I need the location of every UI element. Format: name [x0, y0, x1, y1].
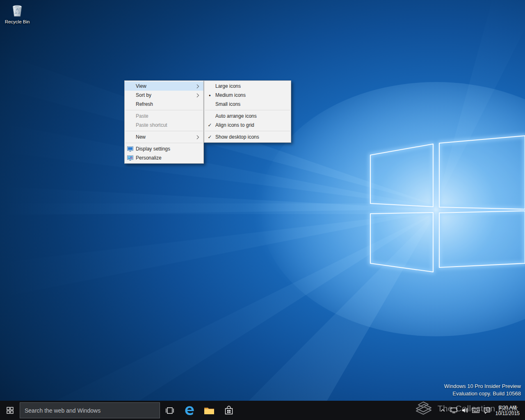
menu-item-sort-by[interactable]: Sort by: [125, 91, 203, 100]
clock-date: 10/11/2015: [495, 411, 520, 416]
menu-item-personalize-label: Personalize: [136, 155, 162, 161]
search-input[interactable]: [20, 403, 160, 418]
task-view-icon: [165, 407, 175, 414]
submenu-item-auto-arrange-icons[interactable]: Auto arrange icons: [204, 112, 291, 121]
insider-watermark-line2: Evaluation copy. Build 10568: [444, 390, 521, 397]
submenu-item-show-desktop-icons-label: Show desktop icons: [215, 134, 259, 140]
insider-build-watermark: Windows 10 Pro Insider Preview Evaluatio…: [444, 383, 521, 397]
menu-item-new-label: New: [136, 134, 146, 140]
chevron-right-icon: [195, 84, 199, 88]
network-icon: [450, 407, 457, 413]
insider-watermark-line1: Windows 10 Pro Insider Preview: [444, 383, 521, 390]
menu-item-paste-shortcut-label: Paste shortcut: [136, 122, 167, 128]
hero-window-logo: [370, 136, 525, 272]
menu-separator: [205, 131, 290, 131]
start-button[interactable]: [0, 401, 20, 420]
menu-item-paste: Paste: [125, 112, 203, 121]
keyboard-icon: [472, 408, 479, 413]
submenu-item-medium-icons-label: Medium icons: [215, 92, 246, 98]
wallpaper: [0, 0, 525, 420]
menu-separator: [126, 131, 203, 131]
action-center-button[interactable]: [483, 406, 491, 415]
volume-tray-button[interactable]: [461, 406, 469, 415]
radio-dot-icon: ●: [204, 94, 215, 97]
volume-icon: [461, 407, 468, 413]
desktop-context-menu: View Sort by Refresh Paste Paste shortcu…: [124, 80, 204, 164]
tray-expand-button[interactable]: [439, 406, 447, 415]
menu-item-sort-by-label: Sort by: [136, 92, 151, 98]
personalize-icon: [125, 155, 136, 161]
chevron-up-icon: [440, 409, 445, 412]
touch-keyboard-button[interactable]: [472, 406, 480, 415]
menu-item-view[interactable]: View: [125, 82, 203, 91]
network-tray-button[interactable]: [450, 406, 458, 415]
system-tray: 9:20 AM 10/11/2015: [439, 401, 525, 420]
menu-separator: [205, 110, 290, 110]
recycle-bin-label: Recycle Bin: [5, 19, 30, 24]
windows-logo-icon: [7, 407, 14, 414]
menu-item-personalize[interactable]: Personalize: [125, 153, 203, 162]
menu-separator: [126, 143, 203, 143]
file-explorer-button[interactable]: [199, 401, 219, 420]
checkmark-icon: ✓: [204, 134, 215, 140]
recycle-bin[interactable]: Recycle Bin: [2, 2, 33, 24]
submenu-item-medium-icons[interactable]: ● Medium icons: [204, 91, 291, 100]
edge-icon: [184, 405, 195, 416]
store-button[interactable]: [219, 401, 239, 420]
menu-item-refresh[interactable]: Refresh: [125, 100, 203, 109]
submenu-item-large-icons[interactable]: Large icons: [204, 82, 291, 91]
submenu-item-small-icons-label: Small icons: [215, 101, 240, 107]
submenu-item-show-desktop-icons[interactable]: ✓ Show desktop icons: [204, 132, 291, 142]
file-explorer-icon: [204, 406, 215, 415]
chevron-right-icon: [195, 135, 199, 139]
submenu-item-align-icons-to-grid-label: Align icons to grid: [215, 122, 254, 128]
menu-item-new[interactable]: New: [125, 132, 203, 142]
taskbar-clock[interactable]: 9:20 AM 10/11/2015: [494, 405, 521, 416]
checkmark-icon: ✓: [204, 122, 215, 128]
menu-separator: [126, 110, 203, 110]
clock-time: 9:20 AM: [495, 405, 520, 411]
taskbar-search[interactable]: [20, 402, 160, 418]
recycle-bin-icon: [10, 2, 25, 18]
hero-wallpaper-art: [0, 0, 525, 420]
chevron-right-icon: [195, 93, 199, 97]
submenu-item-auto-arrange-icons-label: Auto arrange icons: [215, 113, 257, 119]
action-center-icon: [484, 407, 491, 414]
menu-item-paste-label: Paste: [136, 113, 148, 119]
view-submenu: Large icons ● Medium icons Small icons A…: [204, 80, 291, 143]
display-settings-icon: [125, 146, 136, 152]
taskbar: 9:20 AM 10/11/2015: [0, 401, 525, 420]
submenu-item-align-icons-to-grid[interactable]: ✓ Align icons to grid: [204, 121, 291, 130]
store-icon: [224, 406, 233, 415]
edge-button[interactable]: [180, 401, 199, 420]
submenu-item-large-icons-label: Large icons: [215, 83, 241, 89]
menu-item-refresh-label: Refresh: [136, 101, 153, 107]
menu-item-paste-shortcut: Paste shortcut: [125, 121, 203, 130]
menu-item-display-settings-label: Display settings: [136, 146, 170, 152]
submenu-item-small-icons[interactable]: Small icons: [204, 100, 291, 109]
menu-item-view-label: View: [136, 83, 146, 89]
task-view-button[interactable]: [160, 401, 180, 420]
desktop[interactable]: Recycle Bin View Sort by Refresh Paste P…: [0, 0, 525, 420]
menu-item-display-settings[interactable]: Display settings: [125, 144, 203, 153]
